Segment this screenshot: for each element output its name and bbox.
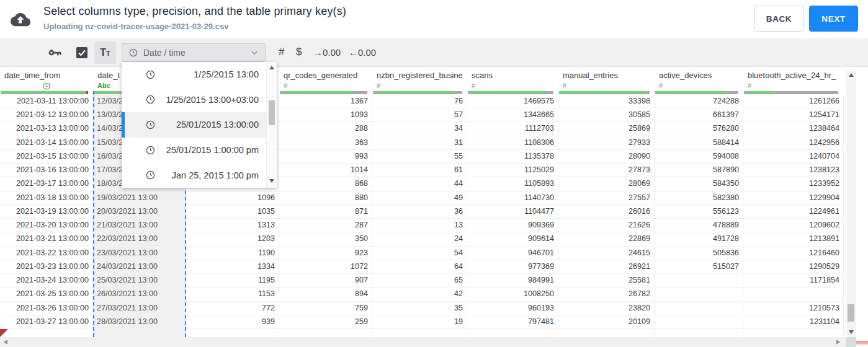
cell[interactable]: 288 <box>279 122 372 136</box>
vertical-scrollbar[interactable] <box>846 71 856 337</box>
cell[interactable]: 61 <box>372 164 467 177</box>
cell[interactable]: 1008250 <box>467 288 558 301</box>
cell[interactable] <box>279 329 372 337</box>
cell[interactable] <box>655 288 743 301</box>
cell[interactable]: 64 <box>372 260 467 274</box>
cell[interactable]: 1108306 <box>467 136 558 150</box>
cell[interactable]: 27933 <box>558 136 655 150</box>
cell[interactable]: 1135378 <box>467 150 558 164</box>
cell[interactable]: 1125029 <box>467 164 558 177</box>
dropdown-option[interactable]: 25/01/2015 13:00:00 <box>122 112 266 138</box>
cell[interactable]: 28/03/2021 13:00 <box>93 315 186 329</box>
cell[interactable]: 2021-03-20 13:00:00 <box>0 219 93 232</box>
cell[interactable]: 576280 <box>655 122 743 136</box>
cell[interactable]: 26782 <box>558 288 655 301</box>
cell[interactable]: 1238123 <box>743 164 844 177</box>
cell[interactable] <box>743 288 844 301</box>
cell[interactable]: 1229904 <box>743 191 844 205</box>
cell[interactable]: 2021-03-27 13:00:00 <box>0 315 93 329</box>
dropdown-option[interactable]: 1/25/2015 13:00 <box>122 62 266 87</box>
cell[interactable]: 977369 <box>467 260 558 274</box>
cell[interactable] <box>93 329 186 337</box>
number-type-button[interactable]: # <box>279 46 284 58</box>
cell[interactable]: 2021-03-23 13:00:00 <box>0 260 93 274</box>
cell[interactable]: 21626 <box>558 219 655 232</box>
cell[interactable]: 909614 <box>467 232 558 246</box>
cell[interactable]: 33398 <box>558 95 655 108</box>
cell[interactable]: 1224961 <box>743 205 844 219</box>
cell[interactable]: 1140730 <box>467 191 558 205</box>
cell[interactable]: 44 <box>372 177 467 191</box>
cell[interactable] <box>655 329 743 337</box>
cell[interactable]: 27557 <box>558 191 655 205</box>
cell[interactable]: 2021-03-17 13:00:00 <box>0 177 93 191</box>
cell[interactable] <box>655 315 743 329</box>
cell[interactable]: 49 <box>372 191 467 205</box>
cell[interactable]: 2021-03-15 13:00:00 <box>0 150 93 164</box>
cell[interactable]: 1233952 <box>743 177 844 191</box>
cell[interactable]: 2021-03-25 13:00:00 <box>0 288 93 301</box>
scrollbar-thumb[interactable] <box>269 100 275 125</box>
cell[interactable]: 1153 <box>186 288 279 301</box>
cell[interactable]: 1313 <box>186 219 279 232</box>
cell[interactable]: 2021-03-26 13:00:00 <box>0 302 93 315</box>
cell[interactable]: 1105893 <box>467 177 558 191</box>
cell[interactable]: 880 <box>279 191 372 205</box>
cell[interactable]: 1210573 <box>743 302 844 315</box>
column-type-select[interactable]: Date / time <box>122 43 266 62</box>
next-button[interactable]: NEXT <box>809 6 858 32</box>
cell[interactable]: 1171854 <box>743 274 844 288</box>
cell[interactable]: 478889 <box>655 219 743 232</box>
cell[interactable] <box>655 302 743 315</box>
cell[interactable]: 1367 <box>279 95 372 108</box>
cell[interactable]: 515027 <box>655 260 743 274</box>
cell[interactable]: 588414 <box>655 136 743 150</box>
cell[interactable]: 2021-03-11 13:00:00 <box>0 95 93 108</box>
cell[interactable]: 22869 <box>558 232 655 246</box>
cell[interactable]: 13 <box>372 219 467 232</box>
include-column-checkbox[interactable] <box>76 47 87 58</box>
cell[interactable]: 27/03/2021 13:00 <box>93 302 186 315</box>
column-header[interactable]: qr_codes_generated# <box>279 67 372 91</box>
cell[interactable]: 2021-03-18 13:00:00 <box>0 191 93 205</box>
cell[interactable]: 1469575 <box>467 95 558 108</box>
cell[interactable]: 1209602 <box>743 219 844 232</box>
scroll-down-button[interactable] <box>849 330 854 334</box>
cell[interactable]: 1334 <box>186 260 279 274</box>
cell[interactable]: 1195 <box>186 274 279 288</box>
cell[interactable]: 42 <box>372 288 467 301</box>
increase-decimals-button[interactable]: →0.00 <box>313 47 341 58</box>
column-header[interactable]: nzbn_registered_busine# <box>372 67 467 91</box>
cell[interactable]: 594008 <box>655 150 743 164</box>
cell[interactable]: 661397 <box>655 108 743 122</box>
cell[interactable]: 287 <box>279 219 372 232</box>
cell[interactable]: 584350 <box>655 177 743 191</box>
cell[interactable]: 28090 <box>558 150 655 164</box>
cell[interactable]: 1072 <box>279 260 372 274</box>
column-header[interactable]: bluetooth_active_24_hr_# <box>743 67 844 91</box>
cell[interactable]: 1203 <box>186 232 279 246</box>
cell[interactable]: 22/03/2021 13:00 <box>93 232 186 246</box>
cell[interactable]: 19 <box>372 315 467 329</box>
cell[interactable]: 1254171 <box>743 108 844 122</box>
scroll-up-button[interactable] <box>849 73 854 77</box>
cell[interactable]: 2021-03-24 13:00:00 <box>0 274 93 288</box>
dropdown-option[interactable]: 1/25/2015 13:00+03:00 <box>122 87 266 113</box>
cell[interactable]: 1343665 <box>467 108 558 122</box>
cell[interactable]: 505836 <box>655 247 743 260</box>
cell[interactable]: 36 <box>372 205 467 219</box>
column-header[interactable]: scans# <box>467 67 558 91</box>
cell[interactable] <box>743 329 844 337</box>
horizontal-scrollbar[interactable] <box>0 337 846 347</box>
cell[interactable]: 259 <box>279 315 372 329</box>
cell[interactable]: 55 <box>372 150 467 164</box>
cell[interactable]: 30585 <box>558 108 655 122</box>
cell[interactable]: 34 <box>372 122 467 136</box>
cell[interactable]: 1213891 <box>743 232 844 246</box>
cell[interactable]: 35 <box>372 302 467 315</box>
cell[interactable]: 24 <box>372 232 467 246</box>
cell[interactable]: 20109 <box>558 315 655 329</box>
cell[interactable]: 20/03/2021 13:00 <box>93 205 186 219</box>
cell[interactable]: 939 <box>186 315 279 329</box>
cell[interactable]: 1035 <box>186 205 279 219</box>
